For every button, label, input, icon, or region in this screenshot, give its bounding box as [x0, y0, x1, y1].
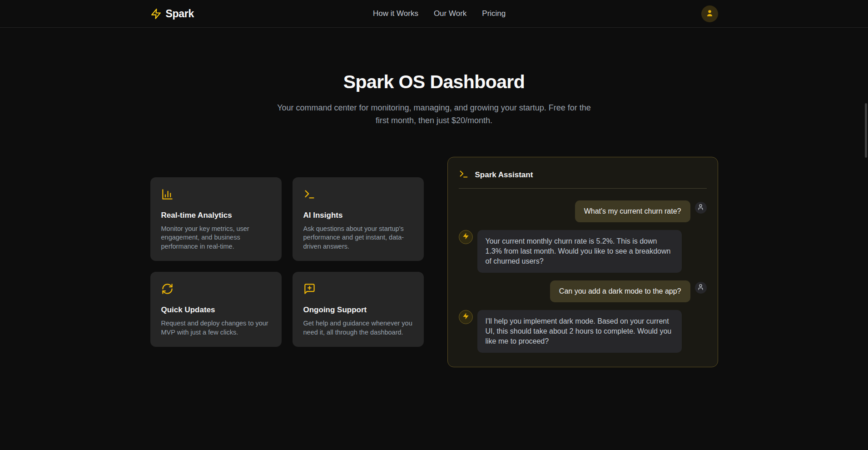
chat-message-user: Can you add a dark mode to the app?	[459, 280, 707, 302]
page-title: Spark OS Dashboard	[0, 71, 868, 93]
refresh-icon	[161, 283, 271, 295]
brand-logo[interactable]: Spark	[150, 8, 194, 20]
feature-title: Ongoing Support	[303, 305, 413, 315]
user-icon	[705, 9, 714, 19]
user-avatar	[695, 202, 707, 214]
feature-card-ongoing-support: Ongoing Support Get help and guidance wh…	[293, 272, 424, 347]
feature-description: Request and deploy changes to your MVP w…	[161, 319, 271, 337]
avatar-button[interactable]	[701, 5, 718, 22]
chat-messages: What's my current churn rate?	[459, 200, 707, 353]
zap-icon	[150, 8, 162, 20]
terminal-icon	[303, 188, 413, 200]
panel-divider	[459, 188, 707, 189]
assistant-message-bubble: I'll help you implement dark mode. Based…	[477, 310, 682, 353]
user-avatar	[695, 282, 707, 294]
assistant-avatar	[459, 230, 473, 244]
chat-message-assistant: I'll help you implement dark mode. Based…	[459, 310, 707, 353]
feature-title: Real-time Analytics	[161, 211, 271, 220]
user-icon	[697, 284, 704, 292]
page-subtitle: Your command center for monitoring, mana…	[275, 101, 593, 127]
nav-link-how-it-works[interactable]: How it Works	[373, 9, 418, 18]
assistant-avatar	[459, 310, 473, 324]
nav-links: How it Works Our Work Pricing	[373, 9, 506, 18]
assistant-panel: Spark Assistant What's my current churn …	[447, 157, 718, 367]
page: Spark How it Works Our Work Pricing Spar…	[0, 0, 868, 450]
zap-icon	[462, 313, 469, 321]
nav-inner: Spark How it Works Our Work Pricing	[150, 0, 718, 27]
user-message-bubble: Can you add a dark mode to the app?	[550, 280, 690, 302]
nav-link-pricing[interactable]: Pricing	[482, 9, 506, 18]
assistant-panel-title: Spark Assistant	[475, 170, 533, 180]
page-scrollbar-thumb[interactable]	[865, 103, 867, 158]
main-content: Real-time Analytics Monitor your key met…	[150, 157, 718, 367]
feature-card-quick-updates: Quick Updates Request and deploy changes…	[150, 272, 282, 347]
assistant-message-bubble: Your current monthly churn rate is 5.2%.…	[477, 230, 682, 273]
feature-description: Get help and guidance whenever you need …	[303, 319, 413, 337]
feature-card-ai-insights: AI Insights Ask questions about your sta…	[293, 177, 424, 261]
message-square-plus-icon	[303, 283, 413, 295]
nav-link-our-work[interactable]: Our Work	[434, 9, 466, 18]
chat-message-assistant: Your current monthly churn rate is 5.2%.…	[459, 230, 707, 273]
user-icon	[697, 204, 704, 212]
feature-description: Monitor your key metrics, user engagemen…	[161, 225, 271, 251]
feature-title: Quick Updates	[161, 305, 271, 315]
user-message-bubble: What's my current churn rate?	[575, 200, 690, 222]
terminal-icon	[459, 169, 469, 181]
feature-card-realtime-analytics: Real-time Analytics Monitor your key met…	[150, 177, 282, 261]
top-nav: Spark How it Works Our Work Pricing	[0, 0, 868, 28]
chat-message-user: What's my current churn rate?	[459, 200, 707, 222]
feature-description: Ask questions about your startup's perfo…	[303, 225, 413, 251]
feature-title: AI Insights	[303, 211, 413, 220]
bar-chart-icon	[161, 188, 271, 200]
hero-section: Spark OS Dashboard Your command center f…	[0, 28, 868, 127]
zap-icon	[462, 233, 469, 241]
brand-name: Spark	[166, 8, 194, 20]
assistant-panel-header: Spark Assistant	[459, 169, 707, 181]
feature-cards-grid: Real-time Analytics Monitor your key met…	[150, 177, 424, 347]
